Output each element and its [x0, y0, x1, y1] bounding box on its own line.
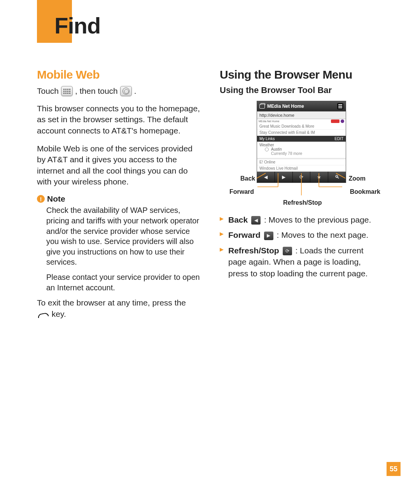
phone-line-1: Great Music Downloads & More: [257, 123, 346, 130]
left-column: Mobile Web Touch , then touch . This bro…: [37, 68, 200, 327]
forward-button-icon: ▶: [264, 232, 273, 240]
yahoo-dot-icon: [341, 119, 344, 123]
phone-title: MEdia Net Home: [267, 104, 304, 109]
touch-pre: Touch: [37, 86, 59, 96]
toolbar-refresh-icon: ⟳: [293, 172, 311, 183]
section-heading-mobile-web: Mobile Web: [37, 68, 200, 81]
callout-back: Back: [240, 175, 255, 182]
phone-toolbar: ◀ ▶ ⟳ ★ 🔍︎: [257, 172, 346, 183]
phone-band: My Links EDIT: [257, 136, 346, 142]
note-paragraph-2: Please contact your service provider to …: [46, 272, 200, 293]
callout-bookmark: Bookmark: [350, 188, 380, 195]
apps-grid-icon: [61, 86, 73, 96]
callout-refresh: Refresh/Stop: [283, 199, 322, 206]
exit-post: key.: [52, 309, 66, 318]
toolbar-forward-icon: ▶: [275, 172, 293, 183]
callout-forward: Forward: [229, 188, 254, 195]
def-refresh: Refresh/Stop ⟳ : Loads the current page …: [220, 245, 383, 279]
def-back-text: : Moves to the previous page.: [264, 215, 371, 224]
def-forward-label: Forward: [228, 230, 261, 239]
touch-instruction: Touch , then touch .: [37, 86, 200, 96]
note-paragraph-1: Check the availability of WAP services, …: [46, 205, 200, 267]
band-left: My Links: [259, 137, 275, 141]
refresh-button-icon: ⟳: [283, 247, 292, 255]
browser-screenshot: MEdia Net Home http://device.home MEdia …: [257, 101, 346, 183]
thin-left: MEdia Net Home: [259, 120, 279, 123]
menu-icon: [337, 103, 343, 109]
search-badge-icon: [331, 119, 340, 123]
def-forward-text: : Moves to the next page.: [277, 230, 369, 239]
phone-line-2: Stay Connected with Email & IM: [257, 130, 346, 136]
phone-url-bar: http://device.home: [257, 111, 346, 119]
phone-weather: Weather Austin Currently 78 more: [257, 142, 346, 158]
weather-currently: Currently 78 more: [271, 151, 343, 156]
phone-thin-bar: MEdia Net Home: [257, 119, 346, 123]
paragraph-1: This browser connects you to the homepag…: [37, 103, 200, 136]
def-back-label: Back: [228, 215, 248, 224]
page-title: Find: [54, 12, 100, 39]
phone-list-2: Windows Live Hotmail: [257, 165, 346, 172]
section-heading-browser-menu: Using the Browser Menu: [220, 68, 383, 81]
weather-city: Austin: [271, 147, 282, 151]
weather-gear-icon: [265, 148, 269, 151]
def-forward: Forward ▶ : Moves to the next page.: [220, 229, 383, 241]
subsection-heading-toolbar: Using the Browser Tool Bar: [220, 85, 383, 95]
phone-list-1: E! Online: [257, 159, 346, 165]
note-title: Note: [47, 194, 65, 204]
end-call-key-icon: [37, 311, 49, 318]
exit-instruction: To exit the browser at any time, press t…: [37, 297, 200, 320]
phone-header: MEdia Net Home: [257, 101, 346, 111]
toolbar-back-icon: ◀: [257, 172, 275, 183]
toolbar-bookmark-icon: ★: [310, 172, 328, 183]
exit-pre: To exit the browser at any time, press t…: [37, 298, 186, 307]
def-refresh-label: Refresh/Stop: [228, 246, 279, 255]
band-right: EDIT: [334, 137, 343, 141]
touch-post: .: [134, 86, 136, 96]
weather-label: Weather: [259, 143, 343, 147]
paragraph-2: Mobile Web is one of the services provid…: [37, 143, 200, 187]
note-header: ! Note: [37, 194, 200, 204]
callout-zoom: Zoom: [348, 175, 366, 182]
def-back: Back ◀ : Moves to the previous page.: [220, 214, 383, 225]
toolbar-zoom-icon: 🔍︎: [328, 172, 346, 183]
touch-mid: , then touch: [75, 86, 118, 96]
right-column: Using the Browser Menu Using the Browser…: [220, 68, 383, 327]
browser-globe-icon: [120, 86, 132, 96]
page-number: 55: [387, 462, 401, 476]
toolbar-definitions: Back ◀ : Moves to the previous page. For…: [220, 214, 383, 279]
note-info-icon: !: [37, 195, 45, 203]
window-icon: [259, 104, 265, 109]
back-button-icon: ◀: [251, 216, 261, 225]
